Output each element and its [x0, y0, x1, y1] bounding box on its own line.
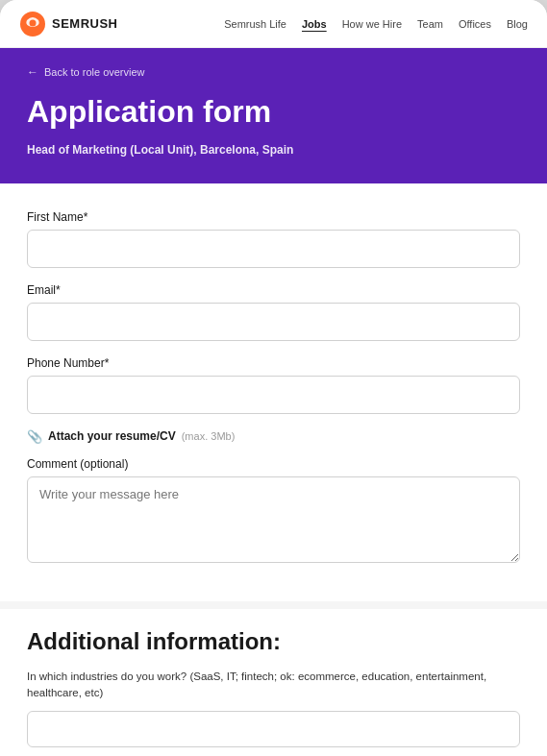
additional-industries-input[interactable]: [27, 711, 520, 747]
logo-text: SEMRUSH: [52, 16, 118, 31]
nav-offices[interactable]: Offices: [459, 18, 491, 30]
email-input[interactable]: [27, 303, 520, 341]
nav-jobs[interactable]: Jobs: [302, 18, 327, 30]
comment-textarea[interactable]: [27, 476, 520, 563]
first-name-input[interactable]: [27, 230, 520, 268]
page-title: Application form: [27, 94, 520, 130]
nav-how-we-hire[interactable]: How we Hire: [342, 18, 402, 30]
phone-input[interactable]: [27, 376, 520, 414]
device-frame: SEMRUSH Semrush Life Jobs How we Hire Te…: [0, 0, 547, 756]
first-name-group: First Name*: [27, 210, 520, 268]
additional-title: Additional information:: [27, 628, 520, 655]
back-link-text: Back to role overview: [44, 66, 145, 78]
paperclip-icon: 📎: [27, 429, 42, 444]
role-subtitle: Head of Marketing (Local Unit), Barcelon…: [27, 143, 520, 157]
nav-team[interactable]: Team: [417, 18, 443, 30]
nav-semrush-life[interactable]: Semrush Life: [224, 18, 286, 30]
attach-hint: (max. 3Mb): [182, 430, 236, 442]
attach-resume-row[interactable]: 📎 Attach your resume/CV (max. 3Mb): [27, 429, 520, 444]
navbar: SEMRUSH Semrush Life Jobs How we Hire Te…: [0, 0, 547, 48]
email-group: Email*: [27, 283, 520, 341]
additional-info-section: Additional information: In which industr…: [0, 601, 547, 756]
hero-section: Back to role overview Application form H…: [0, 48, 547, 183]
semrush-logo-icon: [19, 11, 46, 37]
phone-group: Phone Number*: [27, 356, 520, 414]
nav-blog[interactable]: Blog: [507, 18, 528, 30]
comment-label: Comment (optional): [27, 457, 520, 471]
svg-point-1: [30, 19, 37, 26]
attach-label: Attach your resume/CV: [48, 429, 176, 443]
phone-label: Phone Number*: [27, 356, 520, 370]
additional-question-1: In which industries do you work? (SaaS, …: [27, 669, 520, 702]
back-to-role-link[interactable]: Back to role overview: [27, 65, 520, 79]
logo: SEMRUSH: [19, 11, 118, 37]
comment-group: Comment (optional): [27, 457, 520, 567]
email-label: Email*: [27, 283, 520, 297]
main-form: First Name* Email* Phone Number* 📎 Attac…: [0, 183, 547, 601]
first-name-label: First Name*: [27, 210, 520, 224]
nav-links: Semrush Life Jobs How we Hire Team Offic…: [224, 18, 528, 30]
